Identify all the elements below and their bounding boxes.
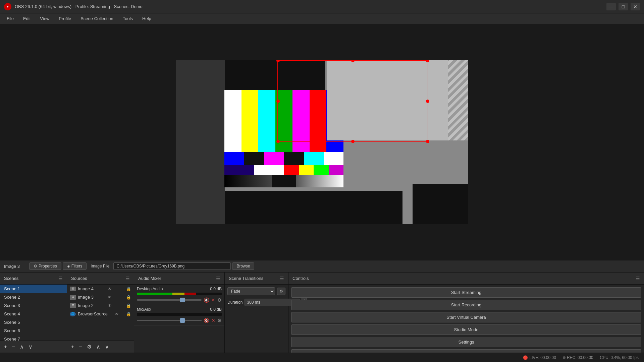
close-button[interactable]: ✕ <box>631 3 640 10</box>
source-icon-image2: 🖼 <box>70 303 76 308</box>
transitions-panel-icon[interactable]: ☰ <box>280 276 284 281</box>
menu-scene-collection[interactable]: Scene Collection <box>76 15 117 22</box>
menu-tools[interactable]: Tools <box>119 15 137 22</box>
rec-status: REC: 00:00:00 <box>563 355 593 360</box>
source-item-image4[interactable]: 🖼 Image 4 👁 🔒 <box>67 285 134 293</box>
transitions-panel: Scene Transitions ☰ Fade Cut ⚙ Duration … <box>225 273 288 353</box>
image-file-label: Image File <box>88 264 112 268</box>
bar3-yellow <box>299 165 314 175</box>
browse-button[interactable]: Browse <box>232 262 254 270</box>
window-title: OBS 26.1.0 (64-bit, windows) - Profile: … <box>15 4 143 9</box>
desktop-close-button[interactable]: ✕ <box>211 297 215 303</box>
scenes-up-button[interactable]: ∧ <box>18 343 25 351</box>
rec-dot <box>563 356 566 359</box>
scene-item-5[interactable]: Scene 5 <box>0 318 67 326</box>
eye-icon-image4[interactable]: 👁 <box>108 287 112 291</box>
file-path-input[interactable] <box>113 262 231 270</box>
preview-black-bl <box>225 191 402 224</box>
window-controls[interactable]: ─ □ ✕ <box>606 3 640 10</box>
audio-panel-icon[interactable]: ☰ <box>216 276 220 281</box>
scenes-down-button[interactable]: ∨ <box>27 343 34 351</box>
scene-item-3[interactable]: Scene 3 <box>0 301 67 310</box>
mic-audio-settings-button[interactable]: ⚙ <box>217 318 222 323</box>
source-name-image4: Image 4 <box>78 286 94 291</box>
desktop-audio-fill <box>137 293 196 295</box>
source-list: 🖼 Image 4 👁 🔒 🖼 Image 3 👁 🔒 🖼 Image 2 👁 … <box>67 285 134 341</box>
bar2-white <box>324 152 343 165</box>
transition-type-select[interactable]: Fade Cut <box>227 287 275 295</box>
scenes-panel: Scenes ☰ Scene 1 Scene 2 Scene 3 Scene 4… <box>0 273 67 353</box>
properties-button[interactable]: ⚙ Properties <box>29 262 61 270</box>
preview-area <box>0 24 644 260</box>
preview-left-dark <box>176 60 225 224</box>
settings-button[interactable]: Settings <box>291 337 641 347</box>
source-icon-browser: 🌐 <box>70 312 76 316</box>
scene-item-1[interactable]: Scene 1 <box>0 285 67 293</box>
scene-item-6[interactable]: Scene 6 <box>0 326 67 335</box>
mic-audio-fader[interactable] <box>137 320 202 321</box>
eye-icon-image2[interactable]: 👁 <box>108 303 112 308</box>
sources-up-button[interactable]: ∧ <box>95 343 102 351</box>
mic-aux-name: Mic/Aux <box>137 307 151 312</box>
source-name-browser: BrowserSource <box>78 311 108 316</box>
test-pattern <box>224 90 343 187</box>
scenes-panel-header: Scenes ☰ <box>0 273 67 285</box>
eye-icon-browser[interactable]: 👁 <box>115 312 119 316</box>
maximize-button[interactable]: □ <box>619 3 628 10</box>
mic-aux-db: 0.0 dB <box>210 307 222 312</box>
menu-bar: File Edit View Profile Scene Collection … <box>0 13 644 24</box>
mic-mute-button[interactable]: 🔇 <box>204 318 209 323</box>
bar2-dark <box>244 152 264 165</box>
menu-edit[interactable]: Edit <box>19 15 35 22</box>
transition-gear-button[interactable]: ⚙ <box>277 288 285 295</box>
scenes-remove-button[interactable]: − <box>10 343 16 351</box>
scenes-panel-icon[interactable]: ☰ <box>58 276 63 281</box>
sources-add-button[interactable]: + <box>70 343 75 351</box>
desktop-audio-settings-button[interactable]: ⚙ <box>217 297 222 303</box>
mic-close-button[interactable]: ✕ <box>211 318 215 323</box>
source-item-browsersource[interactable]: 🌐 BrowserSource 👁 🔒 <box>67 310 134 318</box>
minimize-button[interactable]: ─ <box>606 3 616 10</box>
studio-mode-button[interactable]: Studio Mode <box>291 324 641 335</box>
start-recording-button[interactable]: Start Recording <box>291 300 641 310</box>
scenes-panel-footer: + − ∧ ∨ <box>0 341 67 353</box>
sources-panel-header: Sources ☰ <box>67 273 134 285</box>
scene-item-7[interactable]: Scene 7 <box>0 335 67 341</box>
desktop-audio-fader[interactable] <box>137 299 202 301</box>
bar3-darkblue <box>224 165 254 175</box>
controls-panel-title: Controls <box>292 276 309 281</box>
sources-panel-icon[interactable]: ☰ <box>125 276 130 281</box>
menu-profile[interactable]: Profile <box>55 15 75 22</box>
filters-button[interactable]: ◈ Filters <box>63 262 87 270</box>
scene-item-4[interactable]: Scene 4 <box>0 310 67 318</box>
grey-fill <box>327 60 448 140</box>
lock-icon-image4[interactable]: 🔒 <box>126 287 131 291</box>
desktop-mute-button[interactable]: 🔇 <box>204 297 209 303</box>
desktop-audio-db: 0.0 dB <box>210 287 222 291</box>
live-icon: 🔴 <box>523 355 528 360</box>
duration-row: Duration ▲ ▼ <box>227 298 285 306</box>
eye-icon-image3[interactable]: 👁 <box>108 295 112 300</box>
menu-view[interactable]: View <box>36 15 53 22</box>
transitions-panel-header: Scene Transitions ☰ <box>225 273 288 285</box>
sources-settings-button[interactable]: ⚙ <box>86 343 93 351</box>
bars-main <box>224 90 343 152</box>
lock-icon-image3[interactable]: 🔒 <box>126 295 131 300</box>
lock-icon-image2[interactable]: 🔒 <box>126 303 131 308</box>
audio-track-mic: Mic/Aux 0.0 dB 🔇 ✕ ⚙ <box>134 305 224 325</box>
scene-item-2[interactable]: Scene 2 <box>0 293 67 301</box>
source-item-image3[interactable]: 🖼 Image 3 👁 🔒 <box>67 293 134 301</box>
menu-file[interactable]: File <box>3 15 18 22</box>
start-streaming-button[interactable]: Start Streaming <box>291 287 641 298</box>
audio-panel-header: Audio Mixer ☰ <box>134 273 224 285</box>
sources-remove-button[interactable]: − <box>77 343 83 351</box>
start-virtual-camera-button[interactable]: Start Virtual Camera <box>291 312 641 322</box>
controls-panel-icon[interactable]: ☰ <box>636 276 640 281</box>
filters-btn-label: Filters <box>71 264 83 268</box>
sources-down-button[interactable]: ∨ <box>104 343 110 351</box>
source-item-image2[interactable]: 🖼 Image 2 👁 🔒 <box>67 301 134 310</box>
menu-help[interactable]: Help <box>138 15 155 22</box>
scenes-add-button[interactable]: + <box>3 343 8 351</box>
main-content: Image 3 ⚙ Properties ◈ Filters Image Fil… <box>0 24 644 362</box>
lock-icon-browser[interactable]: 🔒 <box>126 312 131 316</box>
